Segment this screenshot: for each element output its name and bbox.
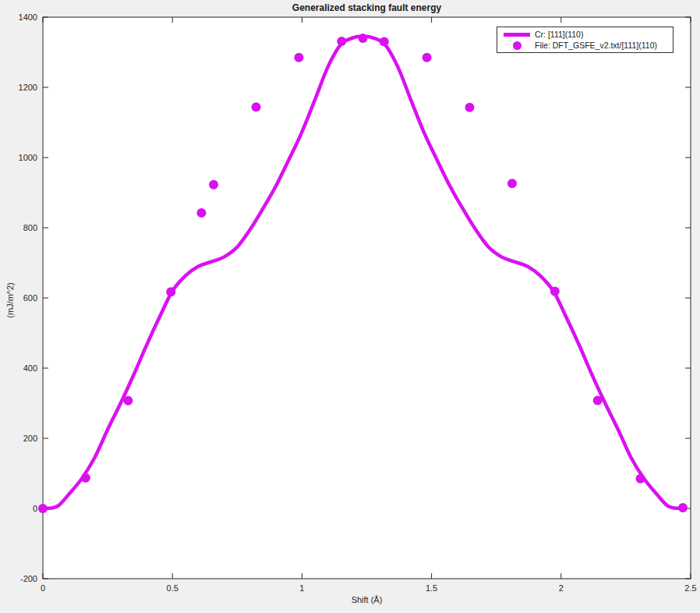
plot-area: 00.511.522.5-200020040060080010001200140…	[0, 0, 700, 613]
data-point	[252, 102, 261, 112]
legend-entry-fit[interactable]: Cr: [111](110)	[504, 29, 669, 40]
data-point	[678, 503, 688, 512]
x-tick-label: 0	[41, 583, 45, 593]
data-point	[294, 53, 303, 62]
dot-swatch-icon	[513, 41, 521, 50]
data-point	[166, 287, 175, 296]
data-point	[507, 179, 517, 188]
legend-line-sample	[504, 33, 530, 37]
data-point	[81, 473, 90, 483]
legend-label-data: File: DFT_GSFE_v2.txt/[111](110)	[535, 41, 657, 50]
data-point	[123, 396, 133, 406]
chart-title: Generalized stacking fault energy	[43, 2, 691, 13]
x-tick-label: 1.5	[426, 583, 437, 593]
data-point	[422, 53, 432, 62]
y-tick-label: 400	[23, 363, 37, 373]
legend[interactable]: Cr: [111](110) File: DFT_GSFE_v2.txt/[11…	[497, 27, 673, 53]
legend-dot-sample	[504, 41, 530, 50]
y-tick-label: -200	[20, 574, 37, 583]
data-point	[636, 474, 645, 484]
y-axis-label: (mJ/m^2)	[5, 282, 15, 318]
data-point	[209, 180, 218, 190]
data-point	[38, 504, 48, 513]
figure-window: { "figure": { "title": "Generalized stac…	[0, 0, 700, 613]
data-point	[359, 34, 368, 43]
y-tick-label: 1000	[19, 153, 37, 162]
data-point	[593, 395, 603, 405]
data-point	[337, 37, 346, 46]
x-axis-label: Shift (Å)	[43, 595, 691, 604]
data-point	[550, 286, 560, 296]
data-point	[196, 208, 206, 218]
y-tick-label: 200	[23, 434, 37, 443]
plot-background	[43, 17, 691, 579]
line-swatch-icon	[504, 33, 530, 37]
y-tick-label: 1200	[19, 83, 37, 92]
x-tick-label: 0.5	[167, 583, 179, 593]
x-tick-label: 2	[559, 583, 564, 593]
y-tick-label: 1400	[19, 12, 37, 22]
y-tick-label: 600	[23, 293, 37, 303]
y-tick-label: 800	[23, 223, 37, 232]
legend-entry-data[interactable]: File: DFT_GSFE_v2.txt/[111](110)	[504, 40, 669, 51]
data-point	[465, 103, 474, 112]
x-tick-label: 2.5	[684, 583, 696, 593]
legend-label-fit: Cr: [111](110)	[535, 30, 583, 39]
y-tick-label: 0	[33, 504, 37, 513]
data-point	[380, 37, 389, 47]
x-tick-label: 1	[299, 583, 304, 593]
